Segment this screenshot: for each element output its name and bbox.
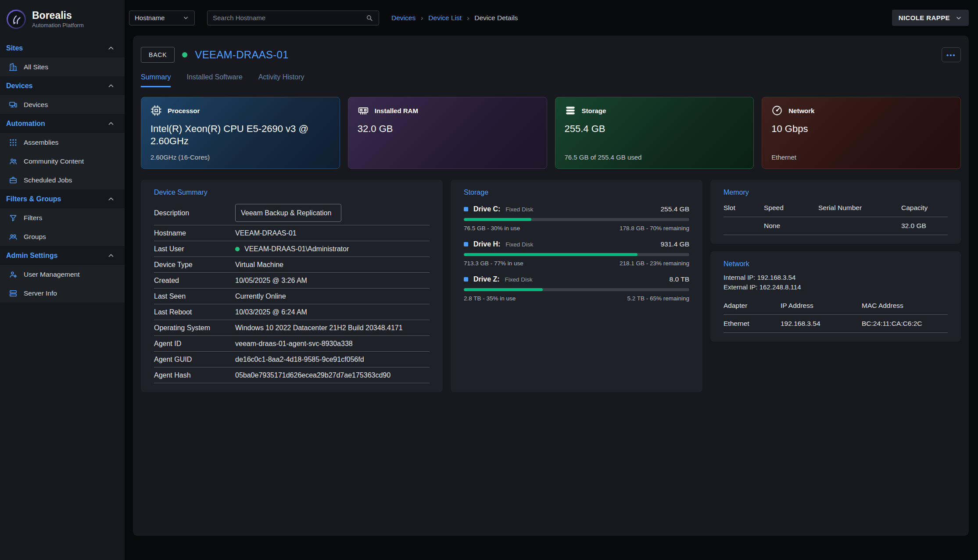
breadcrumb-separator: › bbox=[421, 14, 423, 22]
device-summary-table: Description Hostname VEEAM-DRAAS-01 Last… bbox=[154, 201, 430, 383]
card-value: 10 Gbps bbox=[771, 123, 940, 135]
ram-card: Installed RAM 32.0 GB bbox=[348, 97, 547, 169]
right-column: Memory Slot Speed Serial Number Capacity… bbox=[710, 180, 961, 392]
chevron-down-icon bbox=[183, 14, 189, 21]
drive-z-block: Drive Z: Fixed Disk 8.0 TB 2.8 TB - 35% … bbox=[464, 275, 689, 302]
memory-capacity: 32.0 GB bbox=[901, 222, 948, 230]
row-value: Windows 10 2022 Datacenter 21H2 Build 20… bbox=[235, 324, 430, 332]
row-value: 10/05/2025 @ 3:26 AM bbox=[235, 277, 430, 285]
section-label: Sites bbox=[6, 44, 23, 52]
search-type-select[interactable]: Hostname bbox=[129, 11, 195, 25]
breadcrumb-device-list[interactable]: Device List bbox=[428, 14, 462, 22]
sidebar-item-assemblies[interactable]: Assemblies bbox=[0, 133, 125, 152]
table-row: Operating System Windows 10 2022 Datacen… bbox=[154, 320, 430, 336]
drive-usage-bar bbox=[464, 253, 689, 256]
sidebar-section-filters-groups[interactable]: Filters & Groups bbox=[0, 189, 125, 208]
sidebar-item-community-content[interactable]: Community Content bbox=[0, 152, 125, 171]
memory-panel: Memory Slot Speed Serial Number Capacity… bbox=[710, 180, 961, 244]
people-icon bbox=[9, 157, 18, 166]
external-ip: External IP: 162.248.8.114 bbox=[724, 283, 948, 291]
table-row: Hostname VEEAM-DRAAS-01 bbox=[154, 225, 430, 241]
back-button[interactable]: BACK bbox=[141, 47, 175, 63]
device-details-page: BACK VEEAM-DRAAS-01 ••• Summary Installe… bbox=[133, 36, 969, 536]
last-user-value: VEEAM-DRAAS-01\Administrator bbox=[244, 245, 349, 253]
panel-title: Storage bbox=[464, 189, 689, 196]
row-value: Virtual Machine bbox=[235, 261, 430, 269]
row-value: VEEAM-DRAAS-01\Administrator bbox=[235, 245, 430, 253]
chevron-up-icon bbox=[107, 120, 115, 128]
device-summary-panel: Device Summary Description Hostname VEEA… bbox=[141, 180, 443, 392]
tab-activity-history[interactable]: Activity History bbox=[258, 73, 305, 87]
online-status-dot bbox=[235, 247, 240, 251]
topbar: Hostname Devices › Device List › Device … bbox=[125, 0, 978, 36]
server-icon bbox=[9, 289, 18, 298]
breadcrumb: Devices › Device List › Device Details bbox=[391, 14, 518, 22]
drive-type: Fixed Disk bbox=[505, 276, 533, 283]
sidebar-section-admin-settings[interactable]: Admin Settings bbox=[0, 246, 125, 265]
chevron-up-icon bbox=[107, 195, 115, 203]
online-status-dot bbox=[182, 52, 187, 57]
table-row: Agent GUID de16c0c1-8aa2-4d18-9585-9ce91… bbox=[154, 352, 430, 367]
adapter-name: Ethernet bbox=[724, 320, 781, 328]
sidebar-section-devices[interactable]: Devices bbox=[0, 76, 125, 95]
drive-bullet-icon bbox=[464, 242, 468, 246]
table-row: Description bbox=[154, 201, 430, 225]
search-input[interactable] bbox=[213, 14, 365, 21]
storage-panel: Storage Drive C: Fixed Disk 255.4 GB 76.… bbox=[451, 180, 702, 392]
search-icon bbox=[365, 14, 373, 22]
section-label: Devices bbox=[6, 82, 33, 90]
drive-usage-fill bbox=[464, 288, 543, 291]
drive-name: Drive H: bbox=[473, 240, 500, 248]
devices-icon bbox=[9, 100, 18, 109]
sidebar-item-user-management[interactable]: User Management bbox=[0, 265, 125, 284]
brand: Borealis Automation Platform bbox=[0, 0, 125, 39]
row-label: Operating System bbox=[154, 324, 235, 332]
sidebar-item-groups[interactable]: Groups bbox=[0, 227, 125, 246]
tab-summary[interactable]: Summary bbox=[141, 73, 171, 87]
sidebar-item-filters[interactable]: Filters bbox=[0, 208, 125, 227]
column-header: MAC Address bbox=[862, 302, 948, 310]
drive-remaining: 178.8 GB - 70% remaining bbox=[620, 225, 689, 232]
breadcrumb-current: Device Details bbox=[474, 14, 518, 22]
column-header: Capacity bbox=[901, 204, 948, 212]
sidebar-item-server-info[interactable]: Server Info bbox=[0, 284, 125, 303]
memory-speed: None bbox=[764, 222, 818, 230]
sidebar-item-devices[interactable]: Devices bbox=[0, 95, 125, 114]
adapter-ip: 192.168.3.54 bbox=[781, 320, 862, 328]
sidebar-section-sites[interactable]: Sites bbox=[0, 39, 125, 57]
search-box bbox=[207, 11, 379, 25]
column-header: Adapter bbox=[724, 302, 781, 310]
section-label: Filters & Groups bbox=[6, 195, 61, 203]
drive-bullet-icon bbox=[464, 207, 468, 211]
card-title: Network bbox=[788, 107, 814, 114]
sidebar-item-label: Filters bbox=[24, 214, 42, 222]
internal-ip: Internal IP: 192.168.3.54 bbox=[724, 274, 948, 281]
table-row: Created 10/05/2025 @ 3:26 AM bbox=[154, 273, 430, 289]
row-value: Currently Online bbox=[235, 292, 430, 300]
card-title: Processor bbox=[168, 107, 200, 114]
description-input[interactable] bbox=[235, 204, 341, 222]
row-label: Created bbox=[154, 277, 235, 285]
cpu-icon bbox=[150, 105, 162, 116]
sidebar-item-label: Groups bbox=[24, 233, 46, 241]
filter-icon bbox=[9, 214, 18, 222]
sidebar-section-automation[interactable]: Automation bbox=[0, 114, 125, 133]
sidebar-item-scheduled-jobs[interactable]: Scheduled Jobs bbox=[0, 171, 125, 189]
drive-c-block: Drive C: Fixed Disk 255.4 GB 76.5 GB - 3… bbox=[464, 205, 689, 232]
row-value: veeam-draas-01-agent-svc-8930a338 bbox=[235, 340, 430, 348]
user-name: NICOLE RAPPE bbox=[899, 14, 950, 21]
sidebar-item-all-sites[interactable]: All Sites bbox=[0, 57, 125, 76]
sidebar-item-label: Community Content bbox=[24, 157, 84, 165]
drive-type: Fixed Disk bbox=[505, 241, 533, 248]
more-options-button[interactable]: ••• bbox=[942, 47, 961, 62]
chevron-down-icon bbox=[955, 14, 962, 21]
column-header: IP Address bbox=[781, 302, 862, 310]
breadcrumb-devices[interactable]: Devices bbox=[391, 14, 416, 22]
rabbit-logo-icon bbox=[6, 9, 26, 29]
tab-installed-software[interactable]: Installed Software bbox=[186, 73, 242, 87]
user-menu-button[interactable]: NICOLE RAPPE bbox=[892, 10, 969, 26]
select-value: Hostname bbox=[135, 14, 165, 21]
drive-usage-bar bbox=[464, 218, 689, 221]
building-icon bbox=[9, 63, 18, 71]
drive-usage-bar bbox=[464, 288, 689, 291]
